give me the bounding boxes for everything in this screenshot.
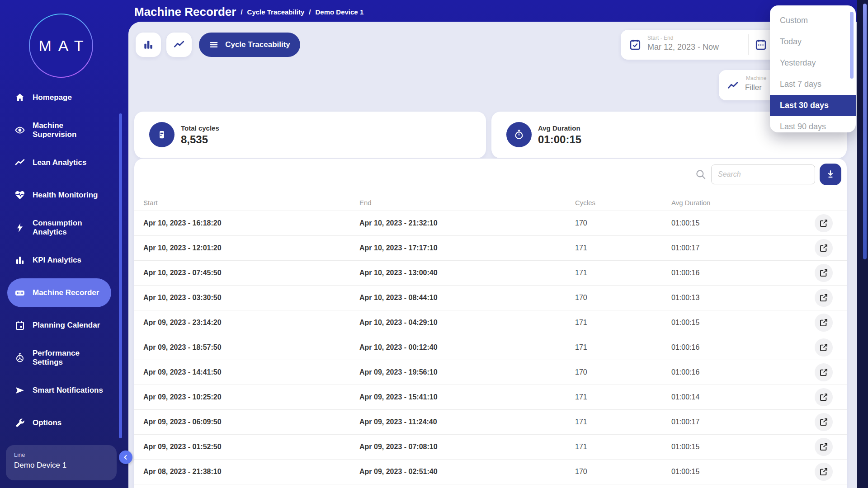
send-icon: [14, 385, 25, 396]
line-label: Line: [14, 451, 108, 458]
sidebar-item-machine-recorder[interactable]: Machine Recorder: [7, 278, 111, 307]
dropdown-item-custom[interactable]: Custom: [770, 10, 856, 31]
cell-end: Apr 10, 2023 - 17:17:10: [359, 244, 438, 252]
selected-line-card[interactable]: Line Demo Device 1: [6, 445, 117, 480]
app-logo: MAT: [29, 14, 93, 78]
open-details-button[interactable]: [815, 463, 833, 481]
table-row: Apr 08, 2023 - 21:38:10Apr 09, 2023 - 02…: [134, 459, 847, 484]
sidebar-item-performance-settings[interactable]: Performance Settings: [0, 342, 128, 374]
dropdown-item-yesterday[interactable]: Yesterday: [770, 52, 856, 74]
sidebar-item-homepage[interactable]: Homepage: [0, 81, 128, 114]
dropdown-item-last-30-days[interactable]: Last 30 days: [770, 95, 856, 116]
dropdown-item-today[interactable]: Today: [770, 31, 856, 52]
stat-label: Avg Duration: [538, 124, 580, 132]
cell-end: Apr 09, 2023 - 19:56:10: [359, 368, 438, 376]
cycle-traceability-button[interactable]: Cycle Traceability: [199, 33, 300, 57]
sidebar-item-label: Machine Recorder: [33, 288, 104, 297]
cell-end: Apr 09, 2023 - 02:51:40: [359, 468, 438, 476]
line-value: Demo Device 1: [14, 461, 108, 470]
line-chart-view-button[interactable]: [166, 33, 192, 57]
eye-icon: [14, 125, 25, 136]
bolt-icon: [14, 222, 25, 233]
search-input[interactable]: [711, 164, 815, 184]
breadcrumb-device[interactable]: Demo Device 1: [316, 8, 364, 16]
launch-icon: [819, 368, 828, 377]
open-details-button[interactable]: [815, 264, 833, 282]
sidebar-collapse-button[interactable]: [119, 450, 132, 464]
breadcrumb: Machine Recorder / Cycle Traceability / …: [134, 4, 363, 20]
breadcrumb-section[interactable]: Cycle Traceability: [247, 8, 305, 16]
breadcrumb-separator: /: [309, 8, 311, 16]
cell-avg: 01:00:14: [671, 393, 699, 401]
menu-icon: [209, 40, 219, 50]
logo-text: MAT: [32, 37, 90, 55]
dropdown-item-last-7-days[interactable]: Last 7 days: [770, 74, 856, 95]
breadcrumb-separator: /: [241, 8, 242, 16]
date-preset-dropdown: Custom Today Yesterday Last 7 days Last …: [770, 5, 856, 132]
sidebar-item-lean-analytics[interactable]: Lean Analytics: [0, 146, 128, 179]
page-scrollbar-track: [857, 0, 868, 488]
sidebar-item-options[interactable]: Options: [0, 407, 128, 439]
column-header-cycles[interactable]: Cycles: [575, 199, 595, 206]
sidebar-item-kpi-analytics[interactable]: KPI Analytics: [0, 244, 128, 277]
open-details-button[interactable]: [815, 438, 833, 456]
open-details-button[interactable]: [815, 363, 833, 381]
cell-avg: 01:00:16: [671, 269, 699, 277]
cycles-table-card: Start ↓ End Cycles Avg Duration Apr 10, …: [134, 159, 847, 488]
column-header-end[interactable]: End: [359, 199, 372, 206]
sidebar-item-machine-supervision[interactable]: Machine Supervision: [0, 114, 128, 146]
machine-value: Filler: [745, 83, 762, 92]
stat-value: 8,535: [181, 133, 208, 146]
open-details-button[interactable]: [815, 388, 833, 406]
table-row-partial: [134, 484, 847, 488]
launch-icon: [819, 293, 828, 302]
stat-label: Total cycles: [181, 124, 219, 132]
calendar-check-icon: [629, 38, 642, 51]
open-details-button[interactable]: [815, 289, 833, 307]
sidebar-scrollbar-thumb[interactable]: [119, 113, 122, 438]
bar-chart-view-button[interactable]: [136, 33, 161, 57]
table-row: Apr 10, 2023 - 12:01:20Apr 10, 2023 - 17…: [134, 235, 847, 260]
sidebar-item-label: KPI Analytics: [33, 256, 104, 265]
column-header-avg-duration[interactable]: Avg Duration: [671, 199, 710, 206]
cell-cycles: 171: [575, 244, 587, 252]
table-row: Apr 10, 2023 - 03:30:50Apr 10, 2023 - 08…: [134, 285, 847, 310]
sidebar-item-health-monitoring[interactable]: Health Monitoring: [0, 179, 128, 211]
open-details-button[interactable]: [815, 413, 833, 431]
date-range-picker[interactable]: Start - End Mar 12, 2023 - Now: [621, 30, 788, 60]
cell-start: Apr 09, 2023 - 23:14:20: [143, 319, 222, 327]
dropdown-scrollbar-thumb[interactable]: [850, 12, 854, 79]
cell-cycles: 171: [575, 319, 587, 327]
open-details-button[interactable]: [815, 214, 833, 232]
dropdown-item-last-90-days[interactable]: Last 90 days: [770, 116, 856, 132]
recorder-icon: [14, 287, 25, 298]
cell-end: Apr 10, 2023 - 00:12:40: [359, 343, 438, 352]
cell-end: Apr 10, 2023 - 04:29:10: [359, 319, 438, 327]
calendar-preset-icon[interactable]: [755, 38, 767, 51]
open-details-button[interactable]: [815, 338, 833, 357]
cell-avg: 01:00:15: [671, 219, 699, 227]
sidebar-item-label: Planning Calendar: [33, 321, 104, 330]
view-pill-label: Cycle Traceability: [225, 40, 290, 49]
table-row: Apr 09, 2023 - 01:52:50Apr 09, 2023 - 07…: [134, 434, 847, 459]
open-details-button[interactable]: [815, 239, 833, 257]
sidebar-item-label: Machine Supervision: [33, 121, 104, 139]
cell-end: Apr 09, 2023 - 11:24:40: [359, 418, 437, 426]
sidebar-item-label: Smart Notifications: [33, 386, 104, 395]
cell-start: Apr 10, 2023 - 16:18:20: [143, 219, 222, 227]
cell-cycles: 170: [575, 219, 587, 227]
cell-cycles: 171: [575, 393, 587, 401]
sort-desc-icon: ↓: [143, 199, 147, 206]
cell-avg: 01:00:15: [671, 443, 699, 451]
cell-avg: 01:00:16: [671, 343, 699, 352]
cell-start: Apr 09, 2023 - 10:25:20: [143, 393, 222, 401]
sidebar-item-planning-calendar[interactable]: Planning Calendar: [0, 309, 128, 342]
download-button[interactable]: [820, 164, 841, 185]
sidebar-item-label: Performance Settings: [33, 349, 104, 366]
sidebar-item-smart-notifications[interactable]: Smart Notifications: [0, 374, 128, 407]
sidebar-item-consumption-analytics[interactable]: Consumption Analytics: [0, 211, 128, 244]
open-details-button[interactable]: [815, 314, 833, 332]
page-scrollbar-thumb[interactable]: [863, 4, 867, 259]
sidebar-item-label: Homepage: [33, 93, 104, 102]
table-row: Apr 09, 2023 - 18:57:50Apr 10, 2023 - 00…: [134, 335, 847, 360]
